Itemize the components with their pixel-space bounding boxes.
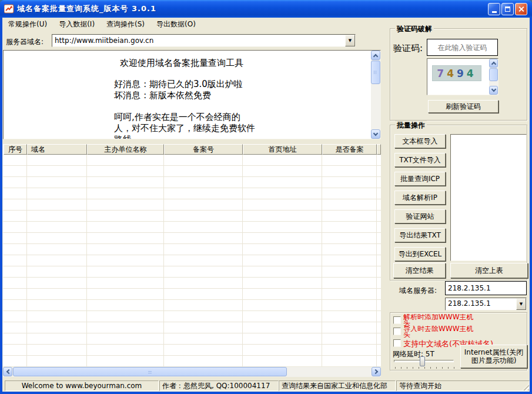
welcome-vscrollbar[interactable]	[371, 51, 380, 139]
title-bar[interactable]: 域名备案批量查询系统_版本号 3.0.1	[0, 0, 532, 18]
menu-query[interactable]: 查询操作(S)	[101, 18, 150, 31]
batch-query-icp-button[interactable]: 批量查询ICP	[394, 172, 446, 186]
remove-www-label-line1: 导入时去除WWW主机	[403, 326, 474, 332]
scroll-right-button[interactable]	[372, 367, 381, 376]
scroll-down-button[interactable]	[371, 129, 380, 139]
server-domain-dropdown-icon[interactable]: ▼	[345, 35, 355, 46]
captcha-image: 7 4 9 4	[433, 66, 481, 81]
close-button[interactable]	[515, 3, 527, 15]
column-header-index: 序号	[4, 144, 27, 155]
status-author: 作者：忽然兜风, QQ:100004117	[159, 380, 279, 391]
welcome-line: 路线	[114, 134, 132, 139]
scroll-up-button[interactable]	[489, 59, 498, 68]
welcome-line: 呵呵,作者实在是一个不会经商的	[114, 112, 240, 123]
menu-general[interactable]: 常规操作(U)	[2, 18, 53, 31]
maximize-icon	[505, 6, 510, 12]
column-header-homepage: 首页地址	[243, 144, 322, 155]
captcha-digit: 4	[467, 68, 477, 79]
dns-server-input[interactable]	[445, 281, 527, 295]
slider-tick-marks	[395, 367, 456, 369]
server-domain-input[interactable]	[52, 35, 345, 46]
status-query-state: 等待查询开始	[396, 380, 530, 391]
chevron-down-icon	[373, 131, 378, 135]
table-hscrollbar[interactable]	[3, 367, 381, 377]
minimize-button[interactable]	[488, 3, 500, 15]
batch-groupbox: 批量操作 文本框导入 TXT文件导入 批量查询ICP 域名解析IP 验证网站 导…	[390, 125, 527, 281]
menu-import[interactable]: 导入数据(I)	[53, 18, 101, 31]
grid-line	[86, 155, 87, 366]
welcome-line: 好消息：期待已久的3.0版出炉啦	[114, 79, 243, 90]
captcha-groupbox: 验证码破解 验证码: 7 4 9 4 刷新验证码	[390, 28, 527, 121]
captcha-input[interactable]	[427, 39, 498, 56]
table-body[interactable]	[3, 155, 381, 366]
scroll-left-button[interactable]	[3, 367, 12, 376]
grid-line	[322, 155, 322, 366]
add-www-checkbox[interactable]	[393, 316, 401, 324]
dns-server-dropdown-icon[interactable]: ▼	[516, 298, 526, 310]
import-textbox-button[interactable]: 文本框导入	[394, 134, 446, 148]
export-txt-button[interactable]: 导出结果TXT	[394, 228, 446, 242]
domain-listbox[interactable]	[450, 134, 527, 261]
scroll-thumb[interactable]	[489, 68, 498, 81]
add-www-label-line2: 头	[403, 320, 474, 326]
network-delay-label: 网络延时: 5T	[393, 349, 434, 359]
welcome-textarea[interactable]: 欢迎使用域名备案批量查询工具 好消息：期待已久的3.0版出炉啦 坏消息：新版本依…	[3, 50, 381, 139]
column-header-filler	[377, 144, 381, 155]
export-excel-button[interactable]: 导出到EXCEL	[394, 247, 446, 261]
grid-line	[376, 155, 377, 366]
welcome-line: 欢迎使用域名备案批量查询工具	[120, 58, 243, 69]
menu-export[interactable]: 导出数据(O)	[150, 18, 202, 31]
chevron-up-icon	[491, 62, 496, 66]
captcha-vscrollbar[interactable]	[489, 59, 498, 95]
server-domain-label: 服务器域名:	[6, 37, 44, 47]
verify-site-button[interactable]: 验证网站	[394, 209, 446, 223]
maximize-button[interactable]	[501, 3, 514, 15]
column-header-registered: 是否备案	[322, 144, 377, 155]
chevron-left-icon	[6, 369, 11, 374]
add-www-label-line1: 解析时添加WWW主机	[403, 314, 474, 320]
grid-line	[26, 155, 27, 366]
thumb-grip	[148, 370, 152, 373]
scroll-thumb[interactable]	[13, 367, 287, 376]
clear-table-button[interactable]: 清空上表	[450, 263, 528, 278]
captcha-image-panel: 7 4 9 4	[427, 58, 498, 95]
chevron-up-icon	[373, 54, 378, 58]
close-icon	[518, 6, 524, 12]
column-header-license: 备案号	[164, 144, 243, 155]
captcha-digit: 9	[457, 68, 467, 79]
delay-slider-thumb[interactable]	[420, 356, 425, 366]
captcha-digit: 7	[437, 68, 447, 79]
resolve-ip-button[interactable]: 域名解析IP	[394, 191, 446, 205]
column-header-org: 主办单位名称	[87, 144, 164, 155]
scroll-up-button[interactable]	[371, 51, 380, 60]
status-source: 查询结果来自国家工业和信息化部	[279, 380, 396, 391]
captcha-digit: 4	[447, 68, 457, 79]
refresh-captcha-button[interactable]: 刷新验证码	[428, 100, 498, 113]
thumb-grip	[374, 71, 377, 74]
captcha-group-title: 验证码破解	[395, 24, 434, 34]
internet-properties-button[interactable]: Internet属性(关闭图片显示功能)	[460, 345, 527, 368]
remove-www-checkbox[interactable]	[393, 328, 401, 335]
chevron-right-icon	[373, 369, 377, 374]
grid-line	[163, 155, 164, 366]
remove-www-label-line2: 头	[403, 332, 474, 338]
clear-results-button[interactable]: 清空结果	[393, 263, 446, 278]
import-txt-button[interactable]: TXT文件导入	[394, 153, 446, 167]
welcome-line: 坏消息：新版本依然免费	[114, 90, 211, 101]
chinese-domain-checkbox[interactable]	[393, 339, 401, 347]
server-domain-combobox[interactable]: ▼	[52, 34, 356, 47]
scroll-thumb[interactable]	[371, 61, 380, 84]
minimize-icon	[492, 11, 497, 13]
scroll-down-button[interactable]	[489, 86, 498, 95]
captcha-label: 验证码:	[393, 43, 423, 54]
window-title: 域名备案批量查询系统_版本号 3.0.1	[17, 4, 156, 14]
options-groupbox: 解析时添加WWW主机 头 导入时去除WWW主机 头 支持中文域名(不审核域名) …	[390, 312, 527, 370]
welcome-line: 人，对不住大家了，继续走免费软件	[114, 123, 255, 134]
grid-line	[242, 155, 243, 366]
dns-server-combobox[interactable]: 218.2.135.1 ▼	[445, 298, 527, 310]
app-window: 域名备案批量查询系统_版本号 3.0.1 常规操作(U) 导入数据(I) 查询操…	[0, 0, 532, 394]
status-welcome: Welcome to www.beyourman.com	[5, 380, 159, 391]
window-controls	[488, 3, 527, 15]
table-header: 序号 域名 主办单位名称 备案号 首页地址 是否备案	[3, 144, 381, 155]
dns-server-selected: 218.2.135.1	[446, 298, 516, 310]
